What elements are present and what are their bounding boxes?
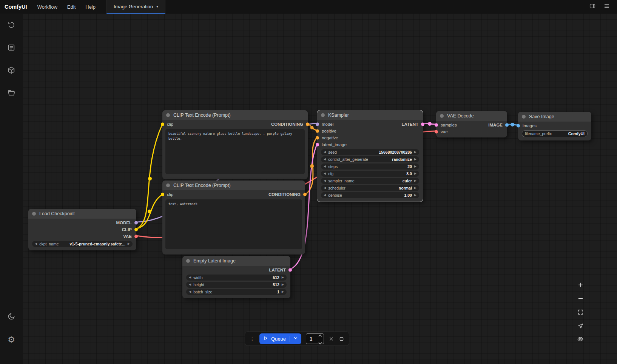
input-port-negative[interactable]: [316, 136, 319, 140]
prompt-text-widget[interactable]: text, watermark: [165, 199, 302, 249]
stop-button[interactable]: [339, 336, 344, 342]
model-library-button[interactable]: [4, 63, 19, 79]
node-header[interactable]: Save Image: [518, 112, 591, 122]
collapse-dot-icon[interactable]: [166, 113, 170, 117]
increment-icon[interactable]: ▶: [414, 194, 416, 197]
decrement-icon[interactable]: ◀: [324, 194, 326, 197]
zoom-in-button[interactable]: [574, 279, 587, 290]
input-port-positive[interactable]: [316, 130, 319, 133]
node-save-image[interactable]: Save Image images filename_prefix ComfyU…: [518, 112, 591, 140]
link-dot-conditioning-positive[interactable]: [310, 126, 314, 130]
fit-view-button[interactable]: [574, 307, 587, 317]
output-port-latent[interactable]: [421, 123, 424, 126]
cancel-run-button[interactable]: [329, 336, 334, 342]
node-header[interactable]: VAE Decode: [436, 111, 507, 121]
link-dot-image[interactable]: [511, 123, 514, 126]
widget-sampler-name[interactable]: ◀ sampler_name euler ▶: [321, 178, 419, 184]
widget-cfg[interactable]: ◀ cfg 8.0 ▶: [321, 171, 419, 177]
decrement-icon[interactable]: ◀: [35, 242, 37, 245]
node-graph-canvas[interactable]: Load Checkpoint MODEL CLIP VAE ◀ ckpt_na…: [23, 14, 617, 364]
node-clip-text-encode-negative[interactable]: CLIP Text Encode (Prompt) clip CONDITION…: [162, 180, 305, 254]
input-port-images[interactable]: [517, 124, 520, 128]
widget-ckpt-name[interactable]: ◀ ckpt_name v1-5-pruned-emaonly.safete..…: [32, 241, 133, 247]
output-port-clip[interactable]: [134, 228, 138, 231]
queue-options-button[interactable]: [290, 335, 301, 342]
output-port-vae[interactable]: [134, 235, 138, 238]
input-port-clip[interactable]: [161, 193, 164, 196]
input-port-samples[interactable]: [435, 123, 438, 127]
stepper-down-icon[interactable]: [318, 339, 322, 346]
menu-help[interactable]: Help: [80, 0, 100, 14]
toggle-link-visibility-button[interactable]: [574, 334, 587, 344]
collapse-dot-icon[interactable]: [321, 113, 325, 117]
workflow-history-button[interactable]: [4, 18, 19, 33]
input-port-latent-image[interactable]: [316, 143, 319, 147]
widget-scheduler[interactable]: ◀ scheduler normal ▶: [321, 185, 419, 191]
decrement-icon[interactable]: ◀: [189, 283, 191, 286]
node-vae-decode[interactable]: VAE Decode samples IMAGE vae: [436, 111, 507, 137]
collapse-dot-icon[interactable]: [186, 259, 190, 263]
output-port-conditioning[interactable]: [303, 193, 307, 196]
toggle-panel-button[interactable]: [587, 2, 598, 12]
output-port-conditioning[interactable]: [306, 123, 309, 126]
node-header[interactable]: CLIP Text Encode (Prompt): [162, 180, 305, 190]
toolbar-drag-handle-icon[interactable]: ⋮: [250, 336, 255, 342]
collapse-dot-icon[interactable]: [440, 114, 444, 118]
link-dot-samples[interactable]: [428, 122, 432, 126]
menu-workflow[interactable]: Workflow: [32, 0, 62, 14]
widget-seed[interactable]: ◀ seed 156680208700286 ▶: [321, 149, 419, 155]
batch-count-input[interactable]: 1: [306, 333, 324, 344]
workflows-browser-button[interactable]: [4, 86, 19, 101]
tab-image-generation[interactable]: Image Generation ●: [106, 0, 165, 14]
link-dot-conditioning-negative[interactable]: [310, 164, 314, 168]
link-dot-clip-negative[interactable]: [148, 210, 151, 213]
node-header[interactable]: KSampler: [317, 110, 423, 120]
main-menu-button[interactable]: [601, 2, 612, 12]
decrement-icon[interactable]: ◀: [324, 172, 326, 175]
theme-toggle-button[interactable]: [4, 310, 19, 325]
decrement-icon[interactable]: ◀: [324, 179, 326, 182]
decrement-icon[interactable]: ◀: [324, 165, 326, 168]
decrement-icon[interactable]: ◀: [324, 151, 326, 154]
increment-icon[interactable]: ▶: [414, 158, 416, 161]
input-port-vae[interactable]: [435, 130, 438, 134]
decrement-icon[interactable]: ◀: [189, 276, 191, 279]
queue-history-button[interactable]: [4, 41, 19, 56]
node-load-checkpoint[interactable]: Load Checkpoint MODEL CLIP VAE ◀ ckpt_na…: [28, 209, 136, 250]
settings-button[interactable]: ⚙: [4, 332, 19, 347]
increment-icon[interactable]: ▶: [128, 242, 130, 245]
increment-icon[interactable]: ▶: [414, 172, 416, 175]
increment-icon[interactable]: ▶: [282, 276, 284, 279]
widget-denoise[interactable]: ◀ denoise 1.00 ▶: [321, 192, 419, 198]
widget-height[interactable]: ◀ height 512 ▶: [186, 282, 287, 288]
increment-icon[interactable]: ▶: [282, 283, 284, 286]
input-port-model[interactable]: [316, 123, 319, 126]
select-mode-button[interactable]: [574, 320, 587, 331]
input-port-clip[interactable]: [161, 123, 164, 126]
node-ksampler[interactable]: KSampler model LATENT positive negative …: [317, 110, 423, 202]
widget-control-after-generate[interactable]: ◀ control_after_generate randomize ▶: [321, 156, 419, 162]
increment-icon[interactable]: ▶: [414, 165, 416, 168]
menu-edit[interactable]: Edit: [62, 0, 80, 14]
decrement-icon[interactable]: ◀: [189, 290, 191, 293]
collapse-dot-icon[interactable]: [522, 115, 526, 119]
node-header[interactable]: Empty Latent Image: [182, 256, 290, 266]
node-header[interactable]: Load Checkpoint: [28, 209, 136, 219]
decrement-icon[interactable]: ◀: [324, 158, 326, 161]
output-port-model[interactable]: [134, 221, 138, 225]
widget-width[interactable]: ◀ width 512 ▶: [186, 275, 287, 281]
zoom-out-button[interactable]: [574, 293, 587, 304]
increment-icon[interactable]: ▶: [282, 290, 284, 293]
increment-icon[interactable]: ▶: [414, 151, 416, 154]
widget-filename-prefix[interactable]: filename_prefix ComfyUI: [522, 130, 588, 137]
queue-button[interactable]: Queue: [259, 336, 290, 342]
node-clip-text-encode-positive[interactable]: CLIP Text Encode (Prompt) clip CONDITION…: [162, 110, 308, 179]
decrement-icon[interactable]: ◀: [324, 187, 326, 190]
increment-icon[interactable]: ▶: [414, 187, 416, 190]
output-port-image[interactable]: [505, 123, 509, 127]
increment-icon[interactable]: ▶: [414, 179, 416, 182]
widget-steps[interactable]: ◀ steps 20 ▶: [321, 163, 419, 170]
stepper-up-icon[interactable]: [318, 332, 322, 338]
prompt-text-widget[interactable]: beautiful scenery nature glass bottle la…: [165, 129, 305, 174]
collapse-dot-icon[interactable]: [166, 184, 170, 187]
